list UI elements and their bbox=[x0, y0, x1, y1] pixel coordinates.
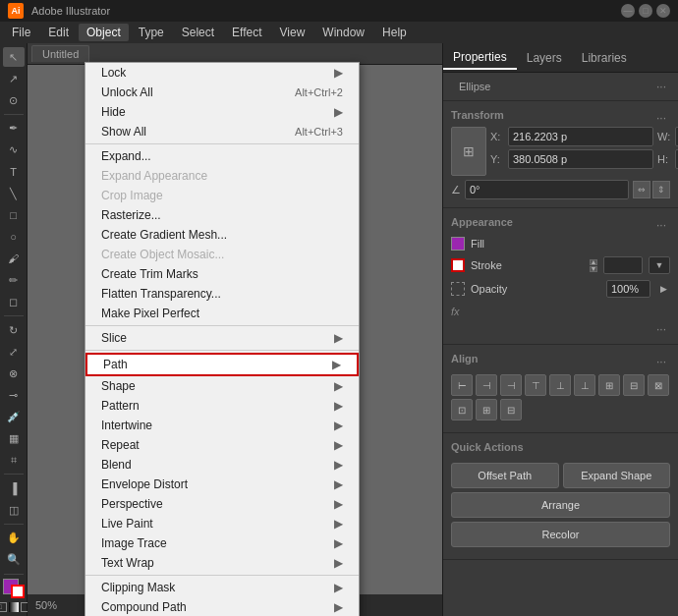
tool-scale[interactable]: ⤢ bbox=[3, 342, 25, 362]
align-options-icon[interactable]: ··· bbox=[652, 353, 670, 370]
menu-item-create-gradient[interactable]: Create Gradient Mesh... bbox=[85, 225, 359, 245]
menu-item-pattern[interactable]: Pattern ▶ bbox=[85, 396, 359, 416]
menu-item-live-paint[interactable]: Live Paint ▶ bbox=[85, 514, 359, 533]
recolor-btn[interactable]: Recolor bbox=[451, 522, 670, 547]
gradient-icon[interactable] bbox=[9, 602, 19, 612]
none-icon[interactable]: □ bbox=[0, 602, 7, 612]
dist-right-btn[interactable]: ⊠ bbox=[648, 374, 669, 396]
menu-item-text-wrap[interactable]: Text Wrap ▶ bbox=[85, 553, 359, 573]
menu-item-perspective[interactable]: Perspective ▶ bbox=[85, 494, 359, 514]
transform-options-icon[interactable]: ··· bbox=[652, 109, 670, 127]
menu-item-expand-appearance[interactable]: Expand Appearance bbox=[85, 166, 359, 186]
tool-eraser[interactable]: ◻ bbox=[3, 292, 25, 311]
flip-h-icon[interactable]: ⇔ bbox=[633, 181, 650, 198]
stroke-options-btn[interactable]: ▼ bbox=[649, 256, 670, 274]
tool-ellipse[interactable]: ○ bbox=[3, 227, 25, 247]
menu-view[interactable]: View bbox=[272, 24, 313, 41]
dist-left-btn[interactable]: ⊞ bbox=[598, 374, 620, 396]
menu-item-clipping-mask[interactable]: Clipping Mask ▶ bbox=[85, 578, 359, 597]
tool-color-swatch[interactable] bbox=[3, 579, 25, 598]
tool-blend[interactable]: ⌗ bbox=[3, 450, 25, 470]
menu-item-envelope-distort[interactable]: Envelope Distort ▶ bbox=[85, 475, 359, 494]
flip-v-icon[interactable]: ⇕ bbox=[652, 181, 670, 198]
tool-slice[interactable]: ◫ bbox=[3, 500, 25, 520]
menu-item-image-trace[interactable]: Image Trace ▶ bbox=[85, 533, 359, 553]
stroke-width-input[interactable] bbox=[603, 256, 643, 274]
arrange-btn[interactable]: Arrange bbox=[451, 492, 670, 518]
x-input[interactable] bbox=[508, 127, 653, 146]
menu-item-create-trim[interactable]: Create Trim Marks bbox=[85, 264, 359, 284]
tool-chart[interactable]: ▐ bbox=[3, 478, 25, 498]
tool-hand[interactable]: ✋ bbox=[3, 529, 25, 548]
dist-center-v-btn[interactable]: ⊞ bbox=[476, 399, 497, 420]
menu-item-make-pixel[interactable]: Make Pixel Perfect bbox=[85, 304, 359, 323]
ellipse-options-icon[interactable]: ··· bbox=[652, 78, 670, 95]
tab-properties[interactable]: Properties bbox=[443, 46, 517, 70]
menu-help[interactable]: Help bbox=[374, 24, 415, 41]
tab-libraries[interactable]: Libraries bbox=[572, 47, 637, 69]
offset-path-btn[interactable]: Offset Path bbox=[451, 463, 559, 488]
tool-gradient[interactable]: ▦ bbox=[3, 428, 25, 448]
align-top-btn[interactable]: ⊤ bbox=[525, 374, 546, 396]
tool-text[interactable]: T bbox=[3, 162, 25, 182]
tab-layers[interactable]: Layers bbox=[517, 47, 572, 69]
menu-item-expand[interactable]: Expand... bbox=[85, 146, 359, 166]
transform-reference-icon[interactable]: ⊞ bbox=[451, 127, 486, 176]
stroke-stepper[interactable]: ▲ ▼ bbox=[590, 259, 597, 272]
align-bottom-btn[interactable]: ⊥ bbox=[574, 374, 595, 396]
tool-warp[interactable]: ⊗ bbox=[3, 364, 25, 383]
menu-item-lock[interactable]: Lock ▶ bbox=[85, 63, 359, 83]
menu-item-intertwine[interactable]: Intertwine ▶ bbox=[85, 416, 359, 435]
appearance-options-icon[interactable]: ··· bbox=[652, 216, 670, 234]
tool-curvature[interactable]: ∿ bbox=[3, 140, 25, 160]
stroke-up-icon[interactable]: ▲ bbox=[590, 259, 597, 265]
menu-edit[interactable]: Edit bbox=[40, 24, 77, 41]
menu-window[interactable]: Window bbox=[314, 24, 372, 41]
dist-center-h-btn[interactable]: ⊟ bbox=[623, 374, 645, 396]
tool-direct-select[interactable]: ↗ bbox=[3, 69, 25, 88]
tool-line[interactable]: ╲ bbox=[3, 184, 25, 203]
menu-item-unlock-all[interactable]: Unlock All Alt+Ctrl+2 bbox=[85, 83, 359, 102]
align-center-v-btn[interactable]: ⊥ bbox=[549, 374, 571, 396]
menu-object[interactable]: Object bbox=[79, 24, 129, 41]
menu-item-shape[interactable]: Shape ▶ bbox=[85, 376, 359, 396]
stroke-color-box[interactable] bbox=[11, 585, 25, 598]
menu-select[interactable]: Select bbox=[174, 24, 222, 41]
fill-color-swatch[interactable] bbox=[451, 237, 465, 251]
dist-bottom-btn[interactable]: ⊟ bbox=[500, 399, 522, 420]
maximize-button[interactable]: □ bbox=[639, 4, 652, 18]
tool-zoom[interactable]: 🔍 bbox=[3, 550, 25, 570]
menu-item-path[interactable]: Path ▶ bbox=[85, 353, 359, 376]
tool-width[interactable]: ⊸ bbox=[3, 385, 25, 405]
menu-item-create-mosaic[interactable]: Create Object Mosaic... bbox=[85, 245, 359, 264]
tool-eyedropper[interactable]: 💉 bbox=[3, 407, 25, 426]
align-left-btn[interactable]: ⊢ bbox=[451, 374, 473, 396]
opacity-arrow-icon[interactable]: ▶ bbox=[656, 282, 670, 296]
tool-rotate[interactable]: ↻ bbox=[3, 320, 25, 340]
menu-item-slice[interactable]: Slice ▶ bbox=[85, 328, 359, 348]
menu-item-flatten-trans[interactable]: Flatten Transparency... bbox=[85, 284, 359, 304]
menu-item-show-all[interactable]: Show All Alt+Ctrl+3 bbox=[85, 122, 359, 141]
align-center-h-btn[interactable]: ⊣ bbox=[476, 374, 497, 396]
menu-item-repeat[interactable]: Repeat ▶ bbox=[85, 435, 359, 455]
align-right-btn[interactable]: ⊣ bbox=[500, 374, 522, 396]
menu-type[interactable]: Type bbox=[131, 24, 172, 41]
menu-item-rasterize[interactable]: Rasterize... bbox=[85, 205, 359, 225]
menu-item-crop-image[interactable]: Crop Image bbox=[85, 186, 359, 205]
menu-item-compound-path[interactable]: Compound Path ▶ bbox=[85, 597, 359, 616]
close-button[interactable]: ✕ bbox=[656, 4, 670, 18]
canvas-area[interactable]: Untitled 50% Lock ▶ Unlo bbox=[28, 43, 442, 616]
tool-pen[interactable]: ✒ bbox=[3, 119, 25, 139]
appearance-more-icon[interactable]: ··· bbox=[652, 320, 670, 338]
menu-item-blend[interactable]: Blend ▶ bbox=[85, 455, 359, 475]
tool-pencil[interactable]: ✏ bbox=[3, 270, 25, 290]
dist-top-btn[interactable]: ⊡ bbox=[451, 399, 473, 420]
tool-lasso[interactable]: ⊙ bbox=[3, 90, 25, 110]
y-input[interactable] bbox=[508, 149, 653, 169]
minimize-button[interactable]: — bbox=[621, 4, 635, 18]
stroke-color-swatch[interactable] bbox=[451, 258, 465, 272]
menu-effect[interactable]: Effect bbox=[224, 24, 269, 41]
canvas-tab[interactable]: Untitled bbox=[31, 45, 89, 62]
menu-item-hide[interactable]: Hide ▶ bbox=[85, 102, 359, 122]
expand-shape-btn[interactable]: Expand Shape bbox=[563, 463, 671, 488]
